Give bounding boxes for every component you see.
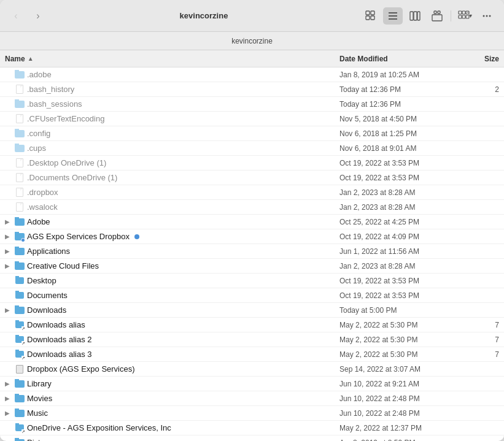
- table-row[interactable]: ↗OneDrive - AGS Exposition Services, Inc…: [0, 421, 504, 435]
- table-row[interactable]: ↗Downloads aliasMay 2, 2022 at 5:30 PM7: [0, 318, 504, 332]
- file-date: Nov 6, 2018 at 1:25 PM: [339, 129, 462, 138]
- table-row[interactable]: .adobeJan 8, 2019 at 10:25 AM: [0, 67, 504, 82]
- file-name-cell: ▶Downloads: [5, 305, 339, 315]
- file-name-text: OneDrive - AGS Exposition Services, Inc: [27, 423, 171, 432]
- file-name-text: Adobe: [27, 217, 50, 226]
- file-icon: [15, 188, 25, 197]
- file-icon: ↗: [15, 423, 25, 433]
- file-size: 7: [462, 321, 499, 329]
- name-column-label: Name: [5, 55, 25, 63]
- expand-arrow[interactable]: ▶: [5, 233, 12, 240]
- table-row[interactable]: ▶DownloadsToday at 5:00 PM: [0, 303, 504, 318]
- file-date: Oct 19, 2022 at 3:53 PM: [339, 291, 462, 300]
- file-list-container[interactable]: Name ▲ Date Modified Size .adobeJan 8, 2…: [0, 50, 504, 441]
- file-icon: [15, 173, 25, 183]
- file-name-cell: .dropbox: [5, 188, 339, 197]
- file-name-text: Creative Cloud Files: [27, 261, 99, 270]
- group-button[interactable]: ▾: [455, 7, 475, 25]
- file-name-cell: .bash_history: [5, 85, 339, 94]
- icon-view-icon: [365, 10, 376, 21]
- table-row[interactable]: ▶LibraryJun 10, 2022 at 9:21 AM: [0, 377, 504, 391]
- date-column-header[interactable]: Date Modified: [339, 55, 462, 63]
- file-name-text: Dropbox (AGS Expo Services): [27, 364, 135, 374]
- more-button[interactable]: [477, 7, 497, 25]
- file-name-cell: ▶Music: [5, 408, 339, 418]
- file-name-text: Desktop: [27, 276, 56, 285]
- back-button[interactable]: ‹: [7, 7, 25, 25]
- expand-arrow[interactable]: ▶: [5, 395, 12, 402]
- column-view-button[interactable]: [405, 7, 425, 25]
- file-name-text: .wsalock: [27, 202, 58, 212]
- file-name-cell: .Desktop OneDrive (1): [5, 158, 339, 168]
- icon-view-button[interactable]: [361, 7, 381, 25]
- table-row[interactable]: ▶MusicJun 10, 2022 at 2:48 PM: [0, 406, 504, 421]
- expand-arrow[interactable]: ▶: [5, 263, 12, 269]
- table-row[interactable]: ▶PicturesApr 8, 2019 at 8:59 PM: [0, 435, 504, 441]
- table-row[interactable]: Dropbox (AGS Expo Services)Sep 14, 2022 …: [0, 362, 504, 377]
- file-name-cell: ↗OneDrive - AGS Exposition Services, Inc: [5, 423, 339, 433]
- table-row[interactable]: ▶AGS Expo Services DropboxOct 19, 2022 a…: [0, 229, 504, 244]
- gallery-view-icon: [432, 10, 443, 21]
- file-name-text: .config: [27, 129, 50, 138]
- file-icon: [15, 394, 25, 404]
- svg-rect-12: [438, 11, 440, 13]
- table-row[interactable]: .bash_sessionsToday at 12:36 PM: [0, 97, 504, 112]
- forward-button[interactable]: ›: [29, 7, 47, 25]
- file-name-cell: ▶AGS Expo Services Dropbox: [5, 232, 339, 242]
- title-bar: ‹ › kevincorzine: [0, 0, 504, 32]
- alias-badge: ↗: [21, 356, 25, 359]
- expand-arrow[interactable]: ▶: [5, 248, 12, 255]
- file-date: Jun 10, 2022 at 9:21 AM: [339, 380, 462, 388]
- expand-arrow[interactable]: ▶: [5, 380, 12, 387]
- file-date: Oct 19, 2022 at 3:53 PM: [339, 174, 462, 182]
- svg-rect-14: [462, 11, 465, 14]
- table-row[interactable]: DesktopOct 19, 2022 at 3:53 PM: [0, 274, 504, 288]
- name-column-header[interactable]: Name ▲: [5, 55, 339, 63]
- file-name-cell: .adobe: [5, 70, 339, 80]
- table-row[interactable]: .Documents OneDrive (1)Oct 19, 2022 at 3…: [0, 171, 504, 185]
- table-row[interactable]: ▶AdobeOct 25, 2022 at 4:25 PM: [0, 215, 504, 229]
- table-row[interactable]: DocumentsOct 19, 2022 at 3:53 PM: [0, 288, 504, 303]
- table-row[interactable]: .dropboxJan 2, 2023 at 8:28 AM: [0, 185, 504, 200]
- list-view-button[interactable]: [383, 7, 403, 25]
- file-icon: [15, 232, 25, 242]
- file-icon: [15, 70, 25, 80]
- file-icon: [15, 408, 25, 418]
- file-date: May 2, 2022 at 5:30 PM: [339, 350, 462, 359]
- list-view-icon: [387, 10, 398, 21]
- file-name-text: .bash_history: [27, 85, 74, 94]
- gallery-view-button[interactable]: [427, 7, 447, 25]
- table-row[interactable]: .Desktop OneDrive (1)Oct 19, 2022 at 3:5…: [0, 156, 504, 171]
- table-row[interactable]: ↗Downloads alias 2May 2, 2022 at 5:30 PM…: [0, 332, 504, 347]
- file-icon: [15, 261, 25, 271]
- table-row[interactable]: ▶MoviesJun 10, 2022 at 2:48 PM: [0, 391, 504, 406]
- file-icon: [15, 247, 25, 256]
- file-icon: [15, 364, 25, 374]
- column-headers: Name ▲ Date Modified Size: [0, 50, 504, 67]
- table-row[interactable]: .wsalockJan 2, 2023 at 8:28 AM: [0, 200, 504, 215]
- table-row[interactable]: .bash_historyToday at 12:36 PM2: [0, 82, 504, 97]
- expand-arrow[interactable]: ▶: [5, 218, 12, 225]
- table-row[interactable]: .cupsNov 6, 2018 at 9:01 AM: [0, 141, 504, 156]
- svg-rect-16: [459, 15, 462, 18]
- file-name-text: .Documents OneDrive (1): [27, 173, 117, 182]
- table-row[interactable]: ▶Creative Cloud FilesJan 2, 2023 at 8:28…: [0, 259, 504, 274]
- table-row[interactable]: ▶ApplicationsJun 1, 2022 at 11:56 AM: [0, 244, 504, 259]
- file-date: Jan 2, 2023 at 8:28 AM: [339, 203, 462, 212]
- file-icon: [15, 438, 25, 442]
- file-name-cell: ↗Downloads alias 2: [5, 335, 339, 345]
- table-row[interactable]: .configNov 6, 2018 at 1:25 PM: [0, 126, 504, 141]
- table-row[interactable]: .CFUserTextEncodingNov 5, 2018 at 4:50 P…: [0, 112, 504, 126]
- svg-point-21: [489, 15, 491, 17]
- file-name-cell: .CFUserTextEncoding: [5, 114, 339, 124]
- file-icon: [15, 217, 25, 227]
- alias-badge: ↗: [21, 326, 25, 330]
- expand-arrow[interactable]: ▶: [5, 307, 12, 313]
- table-row[interactable]: ↗Downloads alias 3May 2, 2022 at 5:30 PM…: [0, 347, 504, 362]
- sync-dot: [134, 234, 139, 239]
- expand-arrow[interactable]: ▶: [5, 410, 12, 416]
- file-date: Sep 14, 2022 at 3:07 AM: [339, 365, 462, 374]
- svg-rect-7: [410, 12, 413, 20]
- size-column-header[interactable]: Size: [462, 55, 499, 63]
- svg-rect-2: [366, 16, 370, 20]
